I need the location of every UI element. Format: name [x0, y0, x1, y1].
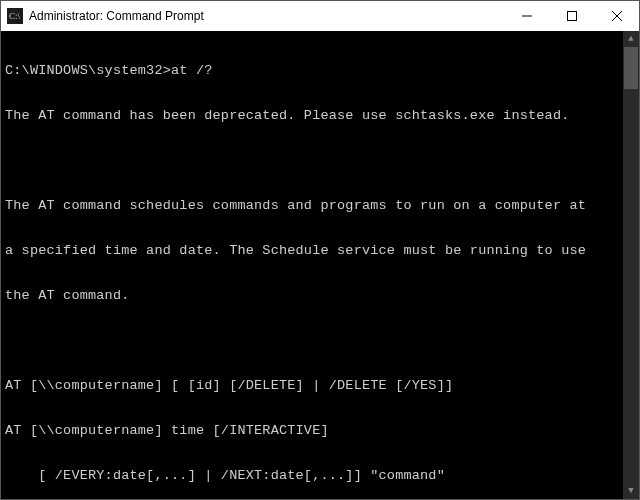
deprecation-line: The AT command has been deprecated. Plea… — [5, 108, 635, 123]
syntax-line: AT [\\computername] [ [id] [/DELETE] | /… — [5, 378, 635, 393]
desc-line: The AT command schedules commands and pr… — [5, 198, 635, 213]
prompt-line: C:\WINDOWS\system32>at /? — [5, 63, 635, 78]
desc-line: the AT command. — [5, 288, 635, 303]
cmd-icon: C:\ — [7, 8, 23, 24]
syntax-line: AT [\\computername] time [/INTERACTIVE] — [5, 423, 635, 438]
scroll-down-button[interactable]: ▼ — [623, 483, 639, 499]
typed-command: at /? — [171, 63, 213, 78]
terminal-output[interactable]: C:\WINDOWS\system32>at /? The AT command… — [1, 31, 639, 499]
prompt: C:\WINDOWS\system32> — [5, 63, 171, 78]
scrollbar-thumb[interactable] — [624, 47, 638, 89]
blank-line — [5, 153, 635, 168]
svg-rect-3 — [567, 12, 576, 21]
svg-text:C:\: C:\ — [9, 11, 21, 21]
blank-line — [5, 333, 635, 348]
titlebar[interactable]: C:\ Administrator: Command Prompt — [1, 1, 639, 31]
maximize-button[interactable] — [549, 1, 594, 31]
cmd-window: C:\ Administrator: Command Prompt C:\WIN… — [0, 0, 640, 500]
scroll-up-button[interactable]: ▲ — [623, 31, 639, 47]
minimize-button[interactable] — [504, 1, 549, 31]
desc-line: a specified time and date. The Schedule … — [5, 243, 635, 258]
scrollbar[interactable]: ▲ ▼ — [623, 31, 639, 499]
close-button[interactable] — [594, 1, 639, 31]
syntax-line: [ /EVERY:date[,...] | /NEXT:date[,...]] … — [5, 468, 635, 483]
window-title: Administrator: Command Prompt — [29, 9, 504, 23]
